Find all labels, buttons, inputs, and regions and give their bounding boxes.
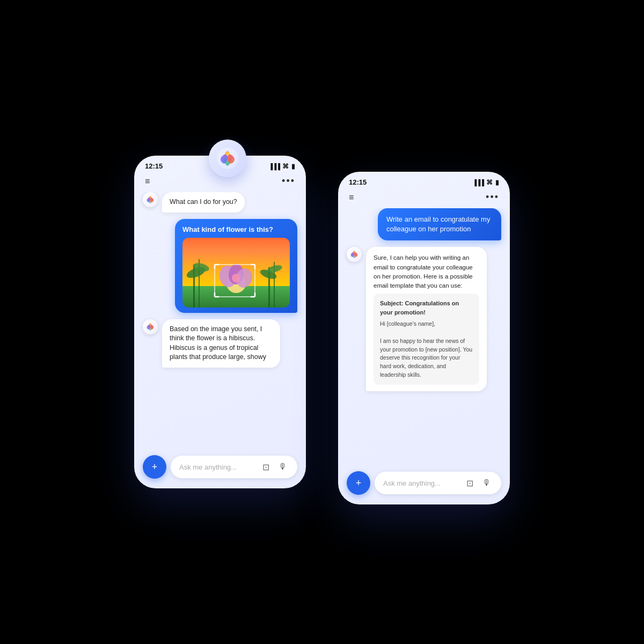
battery-icon-2: ▮ [495, 179, 499, 186]
signal-icon-1: ▐▐▐ [269, 163, 280, 170]
email-body-text: I am so happy to hear the news of your p… [380, 338, 472, 378]
ai-email-response: Sure, I can help you with writing an ema… [347, 247, 501, 391]
flower-svg [182, 238, 290, 308]
user-image-msg: What kind of flower is this? [143, 219, 297, 313]
ai-avatar-3 [347, 247, 362, 262]
ai-logo-2 [145, 322, 155, 332]
flower-response-bubble: Based on the image you sent, I think the… [162, 319, 280, 368]
chat-content-1: What can I do for you? What kind of flow… [134, 192, 306, 450]
nav-bar-2: ≡ ••• [338, 189, 510, 208]
input-placeholder-2: Ask me anything... [383, 479, 441, 487]
menu-dots-1[interactable]: ••• [282, 175, 295, 187]
copilot-logo [216, 147, 239, 170]
battery-icon-1: ▮ [291, 163, 295, 170]
wifi-icon-2: ⌘ [486, 179, 493, 186]
flower-scene [182, 238, 290, 308]
menu-dots-2[interactable]: ••• [486, 192, 499, 203]
mic-icon-1[interactable]: 🎙 [277, 461, 289, 473]
new-chat-icon-1: + [152, 462, 158, 473]
hamburger-icon-2[interactable]: ≡ [349, 193, 354, 202]
mic-icon-2[interactable]: 🎙 [481, 477, 493, 489]
ai-avatar-1 [143, 192, 158, 207]
input-area-1: + Ask me anything... ⊡ 🎙 [134, 450, 306, 488]
greeting-text: What can I do for you? [170, 198, 237, 206]
camera-icon-2[interactable]: ⊡ [464, 477, 475, 489]
ai-avatar-2 [143, 319, 158, 334]
new-chat-button-1[interactable]: + [143, 455, 166, 479]
new-chat-button-2[interactable]: + [347, 471, 370, 495]
time-2: 12:15 [349, 178, 367, 186]
wifi-icon-1: ⌘ [282, 163, 289, 170]
nav-bar-1: ≡ ••• [134, 173, 306, 192]
signal-icon-2: ▐▐▐ [473, 179, 484, 186]
status-icons-2: ▐▐▐ ⌘ ▮ [473, 179, 499, 186]
ai-flower-response: Based on the image you sent, I think the… [143, 319, 297, 368]
user-promo-text: Write an email to congratulate my collea… [386, 215, 490, 233]
user-promo-msg: Write an email to congratulate my collea… [347, 208, 501, 240]
phone1-wrapper: 12:15 ▐▐▐ ⌘ ▮ ≡ ••• [134, 156, 306, 488]
image-bubble: What kind of flower is this? [175, 219, 297, 313]
ai-intro-text: Sure, I can help you with writing an ema… [374, 254, 473, 289]
hamburger-icon-1[interactable]: ≡ [145, 177, 150, 186]
scene: 12:15 ▐▐▐ ⌘ ▮ ≡ ••• [0, 0, 644, 644]
flower-image [182, 238, 290, 308]
email-subject: Subject: Congratulations on your promoti… [380, 299, 473, 317]
image-question: What kind of flower is this? [182, 225, 290, 233]
status-icons-1: ▐▐▐ ⌘ ▮ [269, 163, 295, 170]
phone1: 12:15 ▐▐▐ ⌘ ▮ ≡ ••• [134, 156, 306, 488]
greeting-bubble: What can I do for you? [162, 192, 245, 213]
input-bar-2[interactable]: Ask me anything... ⊡ 🎙 [375, 472, 501, 494]
email-card: Subject: Congratulations on your promoti… [374, 294, 479, 384]
ai-greeting-msg: What can I do for you? [143, 192, 297, 213]
email-greeting: Hi [colleague's name], I am so happy to … [380, 320, 473, 379]
ai-logo-3 [349, 250, 359, 259]
svg-point-15 [232, 274, 240, 282]
phone2-wrapper: 12:15 ▐▐▐ ⌘ ▮ ≡ ••• Write an email to co… [338, 172, 510, 504]
input-icons-2: ⊡ 🎙 [464, 477, 493, 489]
user-promo-bubble: Write an email to congratulate my collea… [378, 208, 501, 240]
phone2: 12:15 ▐▐▐ ⌘ ▮ ≡ ••• Write an email to co… [338, 172, 510, 504]
flower-response-text: Based on the image you sent, I think the… [170, 325, 266, 361]
chat-content-2: Write an email to congratulate my collea… [338, 208, 510, 466]
input-placeholder-1: Ask me anything... [179, 463, 237, 471]
camera-icon-1[interactable]: ⊡ [260, 461, 272, 473]
app-icon-badge [209, 140, 246, 177]
input-icons-1: ⊡ 🎙 [260, 461, 289, 473]
email-response-bubble: Sure, I can help you with writing an ema… [366, 247, 487, 391]
time-1: 12:15 [145, 162, 163, 170]
ai-logo-1 [145, 195, 155, 204]
input-area-2: + Ask me anything... ⊡ 🎙 [338, 466, 510, 504]
new-chat-icon-2: + [356, 478, 362, 489]
input-bar-1[interactable]: Ask me anything... ⊡ 🎙 [171, 456, 297, 478]
status-bar-2: 12:15 ▐▐▐ ⌘ ▮ [338, 172, 510, 189]
